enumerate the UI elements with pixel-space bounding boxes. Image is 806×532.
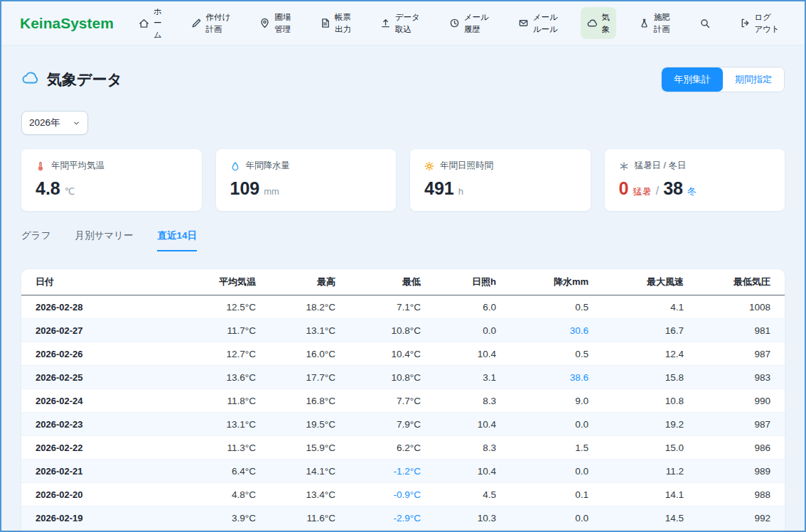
- tab-monthly-summary[interactable]: 月別サマリー: [75, 229, 133, 251]
- nav-item-mail-history[interactable]: メール 履歴: [443, 7, 495, 38]
- snowflake-icon: [619, 161, 629, 171]
- cell-pressure: 992: [698, 513, 785, 523]
- cell-min-temp: 7.9°C: [350, 419, 435, 430]
- hot-days-value: 0: [619, 178, 629, 199]
- stat-card-hot-cold-days: 猛暑日 / 冬日 0 猛暑 / 38 冬: [605, 149, 785, 211]
- col-sunshine: 日照h: [435, 276, 510, 288]
- stat-card-avg-temp: 年間平均気温 4.8 ℃: [21, 149, 202, 211]
- cell-wind: 15.8: [603, 372, 698, 383]
- yearly-summary-button[interactable]: 年別集計: [662, 67, 723, 92]
- cell-max-temp: 13.4°C: [270, 489, 350, 500]
- nav-item-label: 圃場 管理: [274, 11, 291, 34]
- cell-max-temp: 15.9°C: [270, 443, 350, 453]
- year-select-value: 2026年: [29, 116, 60, 129]
- cell-sunshine: 10.3: [435, 513, 510, 523]
- tab-last-14-days[interactable]: 直近14日: [157, 229, 197, 251]
- cell-min-temp: -1.2°C: [350, 466, 435, 477]
- cell-min-temp: 6.2°C: [350, 443, 435, 453]
- col-avg-temp: 平均気温: [199, 276, 270, 288]
- nav-item-label: データ 取込: [395, 11, 420, 34]
- view-toggle-group: 年別集計 期間指定: [661, 67, 785, 92]
- col-wind: 最大風速: [603, 276, 698, 288]
- cold-days-label: 冬: [687, 185, 697, 198]
- cell-pressure: 989: [698, 466, 785, 477]
- nav-item-planting-plan[interactable]: 作付け 計画: [185, 7, 237, 38]
- nav-item-weather[interactable]: 気 象: [581, 7, 617, 38]
- stat-label: 年間降水量: [246, 160, 291, 172]
- map-pin-icon: [259, 18, 270, 28]
- tab-graph[interactable]: グラフ: [21, 229, 50, 251]
- cell-sunshine: 10.4: [435, 349, 510, 359]
- cell-sunshine: 4.5: [435, 489, 510, 500]
- nav-item-data-import[interactable]: データ 取込: [374, 7, 426, 38]
- cell-date: 2026-02-28: [21, 302, 199, 313]
- droplet-icon: [230, 161, 240, 171]
- cell-rain: 0.0: [510, 513, 603, 523]
- table-row: 2026-02-26 12.7°C 16.0°C 10.4°C 10.4 0.5…: [21, 342, 785, 366]
- cell-rain: 0.0: [510, 466, 603, 477]
- nav-item-report-output[interactable]: 帳票 出力: [313, 7, 358, 38]
- col-rain: 降水mm: [510, 276, 603, 288]
- page-header: 気象データ 年別集計 期間指定: [21, 67, 785, 92]
- table-row: 2026-02-24 11.8°C 16.8°C 7.7°C 8.3 9.0 1…: [21, 389, 785, 413]
- home-icon: [139, 18, 149, 28]
- period-select-button[interactable]: 期間指定: [723, 67, 784, 92]
- cell-pressure: 1008: [698, 302, 785, 313]
- mail-icon: [518, 18, 529, 28]
- stat-value: 109: [230, 178, 260, 199]
- nav-item-home[interactable]: ホ ー ム: [132, 1, 168, 44]
- cell-rain: 0.5: [510, 302, 603, 313]
- nav-item-fertilization-plan[interactable]: 施肥 計画: [633, 7, 677, 38]
- nav-item-label: 施肥 計画: [654, 11, 670, 34]
- logout-icon: [740, 18, 751, 28]
- col-date: 日付: [21, 276, 199, 288]
- cell-avg-temp: 12.5°C: [199, 302, 270, 313]
- search-icon: [699, 18, 711, 29]
- col-max-temp: 最高: [270, 276, 350, 288]
- cell-date: 2026-02-22: [21, 443, 199, 453]
- cell-avg-temp: 11.7°C: [199, 325, 270, 336]
- cell-avg-temp: 13.6°C: [199, 372, 270, 383]
- cell-date: 2026-02-25: [21, 372, 199, 383]
- cell-avg-temp: 11.3°C: [199, 443, 270, 453]
- nav-item-label: メール 履歴: [464, 11, 489, 34]
- cell-avg-temp: 13.1°C: [199, 419, 270, 430]
- main-content: 気象データ 年別集計 期間指定 2026年 年間平均気温: [1, 45, 805, 531]
- cell-max-temp: 18.2°C: [270, 302, 350, 313]
- stat-card-rainfall: 年間降水量 109 mm: [216, 149, 397, 211]
- cell-rain: 0.0: [510, 419, 603, 430]
- nav-items: ホ ー ム 作付け 計画 圃場 管理 帳票 出力: [132, 1, 786, 44]
- tab-bar: グラフ 月別サマリー 直近14日: [21, 229, 785, 251]
- cell-date: 2026-02-20: [21, 489, 199, 500]
- cell-rain: 0.5: [510, 349, 603, 359]
- year-select[interactable]: 2026年: [21, 111, 88, 135]
- cell-avg-temp: 12.7°C: [199, 349, 270, 359]
- cell-pressure: 986: [698, 443, 785, 453]
- nav-item-mail-rules[interactable]: メール ルール: [512, 7, 564, 38]
- stat-cards: 年間平均気温 4.8 ℃ 年間降水量 109 mm: [21, 149, 785, 211]
- nav-item-label: ログ アウト: [755, 11, 780, 34]
- app-logo: KeinaSystem: [20, 15, 114, 32]
- cell-min-temp: 10.8°C: [350, 372, 435, 383]
- cloud-icon: [21, 69, 40, 90]
- cold-days-value: 38: [663, 178, 683, 199]
- table-header: 日付 平均気温 最高 最低 日照h 降水mm 最大風速 最低気圧: [21, 269, 785, 295]
- cell-max-temp: 13.1°C: [270, 325, 350, 336]
- cell-max-temp: 17.7°C: [270, 372, 350, 383]
- nav-search-button[interactable]: [693, 13, 717, 33]
- cell-sunshine: 8.3: [435, 443, 510, 453]
- cell-min-temp: 7.7°C: [350, 396, 435, 406]
- nav-item-logout[interactable]: ログ アウト: [734, 7, 786, 38]
- cell-sunshine: 8.3: [435, 396, 510, 406]
- stat-card-sunshine: 年間日照時間 491 h: [410, 149, 591, 211]
- nav-item-field-management[interactable]: 圃場 管理: [253, 7, 297, 38]
- table-body: 2026-02-28 12.5°C 18.2°C 7.1°C 6.0 0.5 4…: [21, 295, 785, 531]
- cell-date: 2026-02-26: [21, 349, 199, 359]
- table-row: 2026-02-22 11.3°C 15.9°C 6.2°C 8.3 1.5 1…: [21, 436, 785, 460]
- cell-sunshine: 3.1: [435, 372, 510, 383]
- nav-item-label: ホ ー ム: [154, 6, 162, 40]
- cell-avg-temp: 3.9°C: [199, 513, 270, 523]
- sun-icon: [424, 161, 434, 171]
- cell-rain: 0.1: [510, 489, 603, 500]
- cell-wind: 19.2: [603, 419, 698, 430]
